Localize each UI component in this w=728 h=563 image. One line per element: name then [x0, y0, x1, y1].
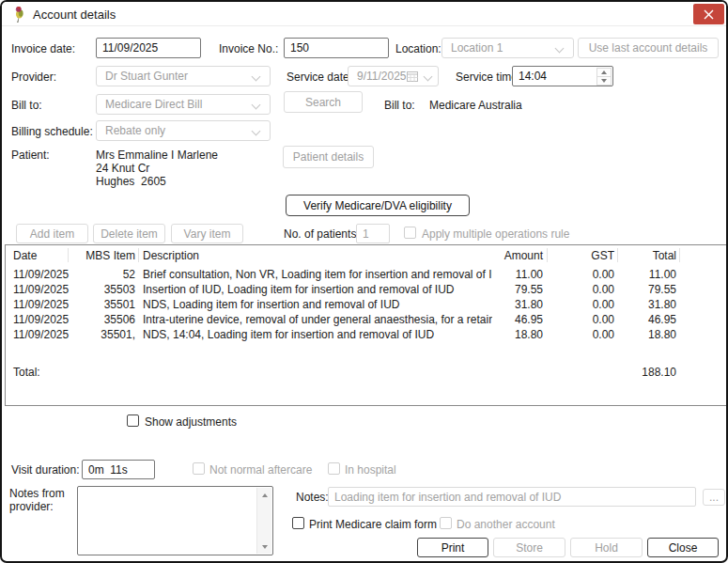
- cell-date: 11/09/2025: [13, 283, 69, 296]
- arrow-down-icon: [601, 79, 607, 83]
- in-hospital-checkbox[interactable]: [328, 462, 340, 475]
- cell-amount: 31.80: [447, 298, 543, 311]
- cell-mbs: 35503: [71, 283, 135, 296]
- hold-button[interactable]: Hold: [570, 538, 643, 557]
- apply-multiple-operations-checkbox[interactable]: [404, 227, 416, 239]
- no-of-patients-label: No. of patients:: [284, 227, 360, 241]
- search-button[interactable]: Search: [284, 91, 363, 113]
- visit-duration-input[interactable]: [82, 460, 155, 479]
- add-item-button[interactable]: Add item: [16, 224, 88, 243]
- cell-total: 18.80: [616, 328, 676, 341]
- cell-amount: 18.80: [447, 328, 543, 341]
- cell-total: 31.80: [616, 298, 676, 311]
- cell-gst: 0.00: [550, 328, 614, 341]
- provider-dropdown[interactable]: Dr Stuart Gunter: [96, 66, 271, 86]
- chevron-down-icon: [424, 72, 433, 82]
- billing-schedule-dropdown[interactable]: Rebate only: [96, 120, 271, 141]
- header-gst: GST: [550, 249, 614, 262]
- bill-to-label: Bill to:: [11, 99, 42, 112]
- textarea-scrollbar[interactable]: [256, 488, 271, 554]
- bill-to-value: Medicare Direct Bill: [105, 98, 202, 111]
- close-window-button[interactable]: [693, 4, 724, 24]
- cell-gst: 0.00: [550, 313, 614, 326]
- invoice-date-input[interactable]: [96, 38, 201, 58]
- header-date: Date: [13, 249, 37, 262]
- items-table: Date MBS Item Description Amount GST Tot…: [5, 244, 727, 406]
- arrow-up-icon: [601, 70, 607, 74]
- cell-description: Brief consultation, Non VR, Loading item…: [143, 268, 492, 281]
- cell-gst: 0.00: [550, 298, 614, 311]
- verify-medicare-dva-button[interactable]: Verify Medicare/DVA eligibility: [286, 195, 470, 216]
- no-of-patients-input[interactable]: [356, 224, 390, 243]
- bill-to-static-value: Medicare Australia: [429, 99, 522, 112]
- total-value: 188.10: [616, 366, 676, 379]
- cell-total: 11.00: [616, 268, 676, 281]
- invoice-no-label: Invoice No.:: [219, 42, 278, 55]
- table-row[interactable]: 11/09/2025 35503 Insertion of IUD, Loadi…: [6, 283, 726, 297]
- bill-to-static-label: Bill to:: [384, 99, 415, 112]
- patient-details-button[interactable]: Patient details: [283, 146, 374, 168]
- calendar-icon: [407, 71, 418, 82]
- cell-mbs: 35501: [71, 298, 135, 311]
- billing-schedule-value: Rebate only: [105, 124, 165, 137]
- apply-multiple-operations-label: Apply multiple operations rule: [422, 227, 569, 241]
- cell-amount: 79.55: [447, 283, 543, 296]
- cell-date: 11/09/2025: [13, 313, 69, 326]
- arrow-up-icon: [262, 493, 268, 497]
- arrow-down-icon: [262, 545, 268, 549]
- use-last-account-details-button[interactable]: Use last account details: [578, 38, 719, 58]
- cell-gst: 0.00: [550, 283, 614, 296]
- cell-amount: 11.00: [447, 268, 543, 281]
- close-button[interactable]: Close: [647, 538, 719, 557]
- vary-item-button[interactable]: Vary item: [171, 224, 243, 243]
- table-row[interactable]: 11/09/2025 35506 Intra-uterine device, r…: [6, 313, 726, 327]
- cell-description: NDS, 14:04, Loading item for insertion a…: [143, 328, 492, 341]
- table-row[interactable]: 11/09/2025 35501 NDS, Loading item for i…: [6, 298, 726, 312]
- patient-name: Mrs Emmaline I Marlene: [96, 149, 218, 162]
- notes-browse-button[interactable]: ...: [703, 489, 725, 506]
- header-mbs-item: MBS Item: [71, 249, 135, 262]
- location-dropdown[interactable]: Location 1: [441, 38, 574, 58]
- bill-to-dropdown[interactable]: Medicare Direct Bill: [96, 94, 271, 115]
- notes-label: Notes:: [296, 491, 329, 504]
- show-adjustments-label: Show adjustments: [145, 415, 237, 429]
- notes-input[interactable]: [328, 487, 696, 507]
- not-normal-aftercare-checkbox[interactable]: [193, 462, 205, 475]
- app-bird-icon: [12, 6, 26, 26]
- do-another-account-label: Do another account: [457, 518, 555, 531]
- service-time-down-button[interactable]: [596, 76, 612, 86]
- do-another-account-checkbox[interactable]: [440, 517, 452, 529]
- billing-schedule-label: Billing schedule:: [11, 125, 93, 138]
- header-total: Total: [616, 249, 676, 262]
- location-label: Location:: [395, 42, 441, 55]
- cell-amount: 46.95: [447, 313, 543, 326]
- cell-date: 11/09/2025: [13, 298, 69, 311]
- print-button[interactable]: Print: [417, 538, 488, 557]
- cell-date: 11/09/2025: [13, 328, 69, 341]
- notes-from-provider-textarea[interactable]: [77, 486, 273, 555]
- print-medicare-claim-checkbox[interactable]: [292, 517, 304, 529]
- patient-label: Patient:: [11, 149, 50, 162]
- show-adjustments-checkbox[interactable]: [127, 414, 139, 427]
- chevron-down-icon: [252, 101, 261, 110]
- window-title: Account details: [33, 8, 116, 22]
- invoice-date-label: Invoice date:: [11, 42, 75, 55]
- location-value: Location 1: [451, 41, 503, 55]
- cell-total: 79.55: [616, 283, 676, 296]
- table-row[interactable]: 11/09/2025 35501, NDS, 14:04, Loading it…: [6, 328, 726, 342]
- table-row[interactable]: 11/09/2025 52 Brief consultation, Non VR…: [6, 268, 726, 282]
- cell-total: 46.95: [616, 313, 676, 326]
- patient-address-line1: 24 Knut Cr: [96, 162, 149, 175]
- invoice-no-input[interactable]: [284, 38, 389, 58]
- total-label: Total:: [13, 366, 40, 379]
- service-date-picker[interactable]: 9/11/2025: [348, 66, 439, 86]
- delete-item-button[interactable]: Delete item: [93, 224, 165, 243]
- chevron-down-icon: [252, 72, 261, 82]
- in-hospital-label: In hospital: [345, 463, 396, 477]
- account-details-dialog: Account details Invoice date: Invoice No…: [0, 0, 728, 563]
- store-button[interactable]: Store: [493, 538, 565, 557]
- cell-description: Intra-uterine device, removal of under g…: [143, 313, 492, 326]
- scroll-down-button[interactable]: [257, 540, 271, 554]
- print-medicare-claim-label: Print Medicare claim form: [309, 518, 437, 531]
- scroll-up-button[interactable]: [257, 488, 271, 502]
